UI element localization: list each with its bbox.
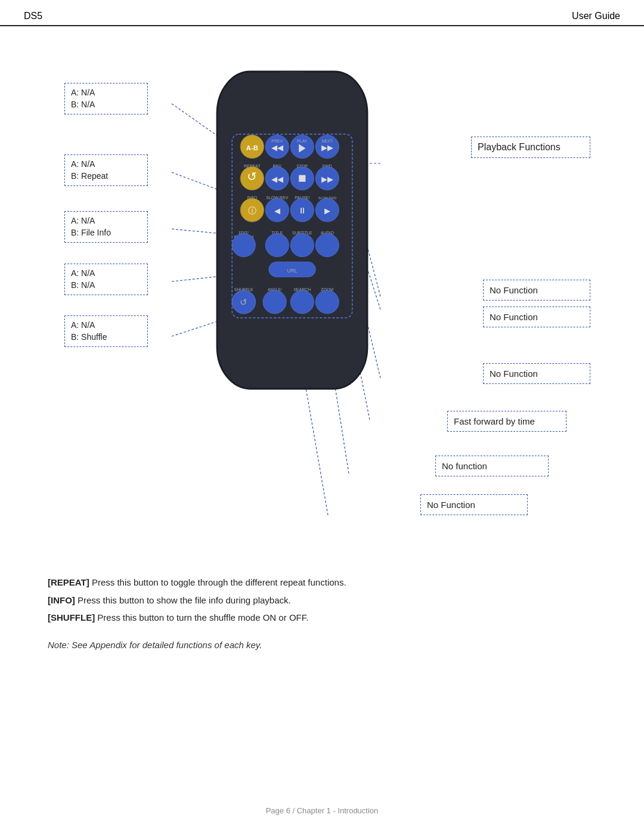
svg-rect-38 [299, 175, 305, 182]
playback-functions-label: Playback Functions [471, 137, 590, 158]
right-label-1: No Function [483, 280, 590, 301]
svg-point-13 [230, 72, 355, 138]
text-section: [REPEAT] Press this button to toggle thr… [24, 575, 620, 652]
svg-text:◀◀: ◀◀ [271, 175, 283, 184]
svg-point-59 [232, 234, 255, 257]
left-label-4: A: N/A B: N/A [64, 264, 148, 295]
svg-point-61 [290, 234, 314, 257]
left-label-3: A: N/A B: File Info [64, 211, 148, 243]
svg-point-73 [315, 290, 339, 314]
header-left: DS5 [24, 11, 42, 21]
svg-text:◀: ◀ [274, 207, 280, 215]
svg-text:A-B: A-B [246, 144, 258, 151]
left-label-5: A: N/A B: Shuffle [64, 315, 148, 347]
svg-point-60 [265, 234, 289, 257]
svg-point-71 [263, 290, 286, 314]
svg-text:PLAY: PLAY [297, 139, 308, 143]
svg-text:◀◀: ◀◀ [271, 144, 283, 152]
page-footer: Page 6 / Chapter 1 - Introduction [0, 806, 644, 815]
svg-point-72 [290, 290, 314, 314]
page-header: DS5 User Guide [0, 0, 644, 26]
svg-text:ⓘ: ⓘ [248, 206, 256, 215]
left-label-1: A: N/A B: N/A [64, 83, 148, 114]
svg-text:⏸: ⏸ [298, 206, 306, 215]
svg-text:PREV: PREV [271, 139, 283, 143]
remote-control: A-B PREV PLAY NEXT ◀◀ ▶▶ A-B REPEAT REV … [209, 62, 376, 432]
right-label-2: No Function [483, 306, 590, 327]
right-label-6: No Function [420, 494, 528, 515]
left-label-2: A: N/A B: Repeat [64, 154, 148, 186]
right-label-5: No function [435, 456, 549, 476]
right-label-4: Fast forward by time [447, 411, 566, 432]
svg-text:NEXT: NEXT [321, 139, 333, 143]
svg-point-62 [315, 234, 339, 257]
right-label-3: No Function [483, 363, 590, 384]
svg-text:▶▶: ▶▶ [321, 144, 333, 152]
svg-text:↺: ↺ [240, 297, 247, 307]
shuffle-line: [SHUFFLE] Press this button to turn the … [48, 610, 596, 625]
svg-text:▶: ▶ [324, 207, 330, 215]
repeat-line: [REPEAT] Press this button to toggle thr… [48, 575, 596, 590]
header-right: User Guide [572, 11, 620, 21]
main-content: A-B PREV PLAY NEXT ◀◀ ▶▶ A-B REPEAT REV … [0, 26, 644, 673]
diagram-area: A-B PREV PLAY NEXT ◀◀ ▶▶ A-B REPEAT REV … [24, 44, 620, 563]
note-text: Note: See Appendix for detailed function… [48, 637, 596, 653]
info-line: [INFO] Press this button to show the fil… [48, 593, 596, 608]
svg-text:▶▶: ▶▶ [321, 175, 333, 184]
svg-text:URL: URL [287, 268, 298, 274]
svg-text:↺: ↺ [247, 170, 257, 183]
